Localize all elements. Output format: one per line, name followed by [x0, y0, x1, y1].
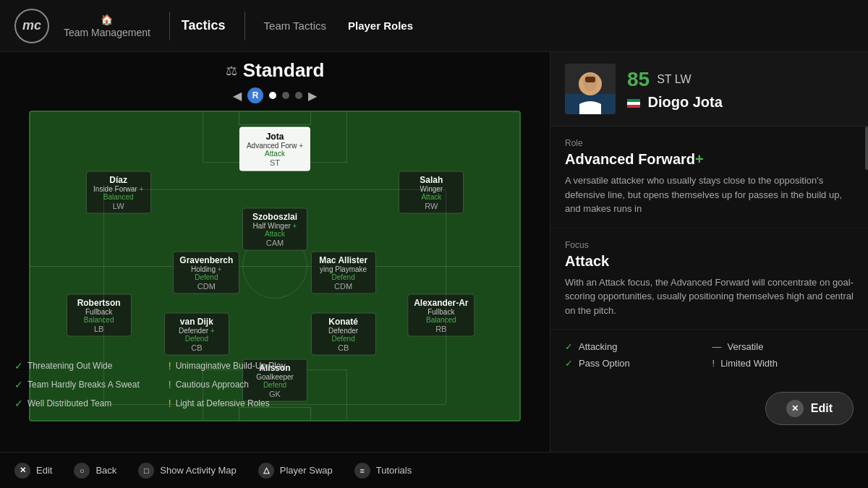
player-card-salah[interactable]: SalahWingerAttackRW — [399, 171, 464, 213]
nav-right: Team Tactics Player Roles — [264, 20, 413, 32]
bottom-btn-back[interactable]: ○Back — [74, 463, 116, 479]
player-focus-label: Balanced — [93, 192, 145, 200]
player-full-name: Diogo Jota — [647, 94, 722, 110]
nav-team-tactics[interactable]: Team Tactics — [264, 20, 326, 32]
role-section: Role Advanced Forward+ A versatile attac… — [550, 127, 868, 228]
player-card-gravenberch[interactable]: GravenberchHolding +DefendCDM — [173, 251, 239, 294]
note-good-item: ✓Well Distributed Team — [14, 398, 140, 409]
player-card-konaté[interactable]: KonatéDefenderDefendCB — [311, 312, 376, 355]
player-focus-label: Defend — [171, 334, 223, 342]
trait-item: ✓Pass Option — [565, 358, 707, 369]
player-card-alexander-ar[interactable]: Alexander-ArFullbackBalancedRB — [407, 294, 475, 337]
formation-arrow-left[interactable]: ◀ — [233, 89, 242, 103]
nav-separator — [169, 12, 170, 40]
player-card-díaz[interactable]: DíazInside Forwar +BalancedLW — [86, 171, 151, 213]
notes-area: ✓Threatening Out Wide✓Team Hardly Breaks… — [14, 360, 286, 412]
note-warn-item: !Unimaginative Build-Up Play — [169, 360, 286, 372]
player-header: 85 ST LW Diogo Jota — [550, 52, 868, 127]
traits-grid: ✓Attacking—Versatile✓Pass Option!Limited… — [565, 341, 854, 369]
player-pos-label: CDM — [318, 281, 370, 290]
bottom-bar: ✕Edit○Back□Show Activity Map△Player Swap… — [0, 452, 868, 488]
player-focus-label: Attack — [405, 192, 457, 200]
formation-title: Standard — [243, 59, 325, 82]
player-card-mac-allister[interactable]: Mac Allisterying PlaymakeDefendCDM — [311, 251, 376, 294]
player-pos-label: ST — [247, 158, 303, 167]
btn-label: Edit — [36, 465, 52, 476]
player-focus-label: Defend — [179, 273, 233, 281]
warn-icon: ! — [169, 379, 171, 390]
player-role-label: Defender — [318, 326, 370, 334]
trait-text: Pass Option — [579, 358, 630, 369]
player-name-row: Diogo Jota — [627, 94, 854, 111]
player-pos-label: LW — [93, 201, 145, 210]
top-nav: mc 🏠 Team Management Tactics Team Tactic… — [0, 0, 868, 52]
player-pos-label: CAM — [249, 238, 301, 247]
logo-mc[interactable]: mc — [14, 9, 49, 43]
player-positions: ST LW — [657, 73, 691, 86]
note-warn-item: !Cautious Approach — [169, 379, 286, 390]
note-text: Threatening Out Wide — [27, 361, 112, 371]
player-card-jota[interactable]: JotaAdvanced Forw +AttackST — [239, 127, 310, 171]
trait-item: —Versatile — [712, 341, 854, 352]
nav-player-roles[interactable]: Player Roles — [348, 20, 413, 32]
formation-r-badge: R — [247, 87, 263, 103]
btn-label: Show Activity Map — [160, 465, 237, 476]
player-card-van-dijk[interactable]: van DijkDefender +DefendCB — [164, 312, 229, 355]
trait-text: Versatile — [728, 341, 764, 352]
bottom-btn-tutorials[interactable]: ≡Tutorials — [354, 463, 412, 479]
warn-icon: ! — [169, 398, 171, 409]
player-card-szoboszlai[interactable]: SzoboszlaiHalf Winger +AttackCAM — [242, 207, 307, 250]
traits-section: ✓Attacking—Versatile✓Pass Option!Limited… — [550, 330, 868, 380]
note-good-item: ✓Team Hardly Breaks A Sweat — [14, 379, 140, 390]
note-text: Well Distributed Team — [27, 398, 111, 408]
formation-arrow-right[interactable]: ▶ — [308, 89, 317, 103]
edit-btn-icon: ✕ — [786, 400, 804, 417]
player-focus-label: Attack — [249, 229, 301, 237]
note-text: Unimaginative Build-Up Play — [176, 361, 286, 371]
player-role-label: Winger — [405, 184, 457, 192]
goal-top — [239, 112, 311, 125]
player-avatar — [565, 64, 616, 114]
player-name-label: Szoboszlai — [249, 211, 301, 221]
notes-good-col: ✓Threatening Out Wide✓Team Hardly Breaks… — [14, 360, 140, 412]
center-circle — [242, 234, 307, 299]
check-icon: ✓ — [14, 360, 23, 372]
formation-dot-1 — [269, 92, 276, 99]
note-text: Light at Defensive Roles — [176, 398, 270, 408]
right-panel: 85 ST LW Diogo Jota Role Advanced Forwar… — [550, 52, 868, 452]
player-rating: 85 — [627, 68, 650, 91]
team-management-icon: 🏠 — [101, 14, 113, 25]
scrollbar[interactable] — [865, 127, 868, 170]
player-focus-label: Balanced — [414, 316, 468, 324]
notes-warn-col: !Unimaginative Build-Up Play!Cautious Ap… — [169, 360, 286, 412]
focus-desc: With an Attack focus, the Advanced Forwa… — [565, 275, 854, 318]
focus-value: Attack — [565, 253, 854, 270]
trait-item: ✓Attacking — [565, 341, 707, 352]
btn-icon: ✕ — [14, 463, 30, 479]
flag-portugal — [627, 99, 640, 108]
nav-tactics[interactable]: Tactics — [182, 18, 226, 33]
nav-team-management[interactable]: 🏠 Team Management — [64, 14, 150, 38]
formation-dot-3 — [295, 92, 302, 99]
player-role-label: Defender + — [171, 326, 223, 334]
role-label: Role — [565, 138, 854, 148]
trait-icon: ! — [712, 358, 715, 369]
formation-nav: ◀ R ▶ — [14, 87, 535, 103]
bottom-btn-player-swap[interactable]: △Player Swap — [258, 463, 333, 479]
focus-section: Focus Attack With an Attack focus, the A… — [550, 228, 868, 330]
check-icon: ✓ — [14, 379, 23, 390]
note-text: Team Hardly Breaks A Sweat — [27, 380, 140, 390]
formation-dot-2 — [282, 92, 289, 99]
btn-icon: □ — [138, 463, 154, 479]
bottom-btn-edit[interactable]: ✕Edit — [14, 463, 52, 479]
role-desc: A versatile attacker who usually stays c… — [565, 174, 854, 216]
player-name-label: Díaz — [93, 174, 145, 184]
bottom-btn-show-activity-map[interactable]: □Show Activity Map — [138, 463, 237, 479]
trait-text: Attacking — [579, 341, 617, 352]
btn-label: Back — [95, 465, 116, 476]
player-card-robertson[interactable]: RobertsonFullbackBalancedLB — [67, 294, 132, 337]
btn-icon: △ — [258, 463, 274, 479]
player-pos-label: RB — [414, 325, 468, 333]
svg-rect-4 — [585, 77, 595, 82]
edit-button[interactable]: ✕ Edit — [765, 392, 854, 425]
